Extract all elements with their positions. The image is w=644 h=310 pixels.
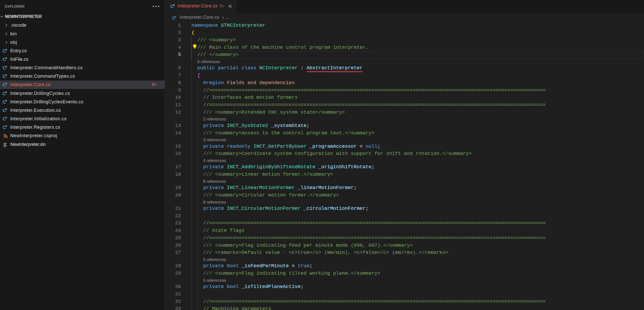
svg-text:#: #: [6, 99, 7, 102]
svg-text:#: #: [6, 65, 7, 68]
svg-text:#: #: [6, 108, 7, 111]
svg-text:#: #: [6, 48, 7, 51]
svg-text:#: #: [6, 74, 7, 77]
svg-text:#: #: [6, 82, 7, 85]
svg-text:#: #: [6, 116, 7, 119]
svg-text:#: #: [6, 125, 7, 128]
svg-text:#: #: [175, 16, 176, 18]
svg-text:#: #: [6, 57, 7, 59]
svg-text:#: #: [173, 4, 175, 7]
svg-text:#: #: [6, 91, 7, 94]
